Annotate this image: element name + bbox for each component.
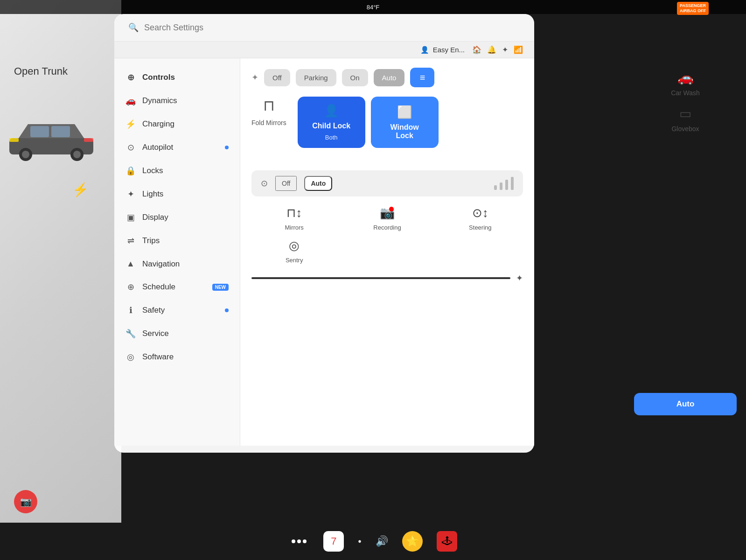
dynamics-icon: 🚗 — [125, 96, 136, 106]
child-lock-btn[interactable]: 👤 Child Lock Both — [298, 97, 365, 148]
sidebar-item-controls[interactable]: ⊕ Controls — [114, 66, 240, 89]
username: Easy En... — [433, 46, 465, 54]
locks-icon: 🔒 — [125, 166, 136, 176]
controls-grid: ⊓↕ Mirrors 📷 Recording ⊙↕ — [251, 206, 523, 264]
camera-warning-icon: 📷 — [20, 496, 32, 507]
display-label: Display — [142, 213, 229, 222]
sidebar-item-software[interactable]: ◎ Software — [114, 345, 240, 369]
sidebar-item-autopilot[interactable]: ⊙ Autopilot — [114, 136, 240, 159]
taskbar: 7 • 🔊 ⭐ 🕹 — [0, 523, 746, 560]
car-wash-label: Car Wash — [671, 89, 700, 97]
taskbar-calendar[interactable]: 7 — [323, 531, 344, 552]
lights-icon: ✦ — [125, 189, 136, 199]
home-icon: 🏠 — [472, 45, 481, 54]
fold-mirrors-icon: ⊓ — [263, 97, 275, 114]
dot-2 — [297, 539, 301, 543]
sidebar-item-safety[interactable]: ℹ Safety — [114, 299, 240, 322]
lights-on-btn[interactable]: On — [342, 69, 368, 86]
dynamics-label: Dynamics — [142, 96, 229, 105]
sentry-icon-wrap: ◎ — [289, 238, 300, 253]
window-lock-btn[interactable]: ⬜ WindowLock — [371, 97, 439, 148]
glovebox-item[interactable]: ▭ Glovebox — [634, 106, 737, 133]
lights-off-btn[interactable]: Off — [264, 69, 290, 86]
taskbar-dots[interactable] — [289, 531, 309, 552]
charging-icon: ⚡ — [125, 119, 136, 129]
car-wash-item[interactable]: 🚗 Car Wash — [634, 70, 737, 97]
search-input[interactable] — [144, 23, 520, 33]
glovebox-icon: ▭ — [679, 106, 691, 121]
sidebar-item-dynamics[interactable]: 🚗 Dynamics — [114, 89, 240, 112]
speed-bar-3 — [505, 180, 508, 190]
car-image — [0, 96, 103, 171]
safety-icon: ℹ — [125, 305, 136, 315]
sidebar-item-schedule[interactable]: ⊕ Schedule NEW — [114, 275, 240, 299]
svg-rect-2 — [51, 126, 70, 137]
user-icon: 👤 — [420, 46, 429, 54]
svg-rect-8 — [84, 138, 93, 142]
open-trunk-label[interactable]: Open Trunk — [0, 65, 68, 77]
brightness-icon: ✦ — [502, 45, 508, 54]
taskbar-games[interactable]: ⭐ — [402, 531, 423, 552]
steering-label: Steering — [469, 224, 491, 231]
lights-parking-btn[interactable]: Parking — [296, 69, 336, 86]
dot-3 — [303, 539, 307, 543]
controls-label: Controls — [142, 73, 229, 82]
speed-bars — [494, 177, 514, 190]
fold-mirrors-wrap: ⊓ Fold Mirrors — [251, 97, 286, 126]
sidebar-item-display[interactable]: ▣ Display — [114, 206, 240, 229]
volume-icon[interactable]: 🔊 — [376, 535, 388, 547]
software-label: Software — [142, 352, 229, 362]
signal-icon: 📶 — [514, 45, 523, 54]
recording-icon-wrap: 📷 — [380, 206, 395, 220]
user-info: 👤 Easy En... — [420, 46, 465, 54]
sidebar-item-charging[interactable]: ⚡ Charging — [114, 112, 240, 136]
speed-auto-btn[interactable]: Auto — [304, 176, 332, 191]
speed-off-btn[interactable]: Off — [275, 176, 297, 191]
mirrors-control[interactable]: ⊓↕ Mirrors — [251, 206, 337, 231]
calendar-label: 7 — [331, 535, 336, 547]
main-content: ⊕ Controls 🚗 Dynamics ⚡ Charging ⊙ Autop… — [114, 58, 534, 446]
sentry-control[interactable]: ◎ Sentry — [251, 238, 337, 264]
top-bar: 84°F — [0, 0, 746, 14]
controls-content: ✦ Off Parking On Auto ≡ ⊓ Fold Mirrors — [240, 58, 534, 446]
new-badge: NEW — [212, 284, 229, 291]
sidebar-item-service[interactable]: 🔧 Service — [114, 322, 240, 345]
svg-point-4 — [22, 151, 29, 158]
notification-icon: 🔔 — [487, 45, 496, 54]
lights-label: Lights — [142, 189, 229, 199]
window-lock-label: WindowLock — [390, 123, 419, 140]
mirrors-icon-wrap: ⊓↕ — [286, 206, 302, 220]
glovebox-label: Glovebox — [671, 125, 699, 133]
speed-section: ⊙ Off Auto — [251, 170, 523, 196]
lights-auto-btn[interactable]: Auto — [374, 69, 405, 86]
taskbar-joystick[interactable]: 🕹 — [437, 531, 457, 552]
brightness-sun-icon: ✦ — [516, 273, 523, 283]
service-label: Service — [142, 329, 229, 338]
brightness-slider[interactable] — [251, 277, 510, 279]
sidebar-item-trips[interactable]: ⇌ Trips — [114, 229, 240, 252]
fold-mirrors-label: Fold Mirrors — [251, 119, 286, 126]
lights-row: ✦ Off Parking On Auto ≡ — [251, 68, 523, 87]
steering-control[interactable]: ⊙↕ Steering — [438, 206, 523, 231]
recording-control[interactable]: 📷 Recording — [344, 206, 430, 231]
speed-bar-1 — [494, 185, 497, 190]
sidebar-item-navigation[interactable]: ▲ Navigation — [114, 252, 240, 275]
safety-label: Safety — [142, 306, 218, 315]
svg-rect-7 — [9, 138, 19, 142]
trips-label: Trips — [142, 236, 229, 245]
right-panel: 🚗 Car Wash ▭ Glovebox Auto — [634, 14, 737, 453]
charging-label: Charging — [142, 119, 229, 129]
sidebar-item-lights[interactable]: ✦ Lights — [114, 182, 240, 206]
status-bar: 👤 Easy En... 🏠 🔔 ✦ 📶 — [114, 42, 534, 58]
airbag-badge: PASSENGERAIRBAG OFF — [677, 2, 709, 15]
recording-label: Recording — [373, 224, 401, 231]
autopilot-icon: ⊙ — [125, 142, 136, 153]
mirrors-icon: ⊓↕ — [286, 206, 302, 220]
lock-buttons-row: 👤 Child Lock Both ⬜ WindowLock — [298, 97, 439, 148]
navigation-label: Navigation — [142, 259, 229, 269]
auto-button[interactable]: Auto — [634, 393, 737, 415]
sentry-label: Sentry — [286, 257, 303, 264]
sidebar-item-locks[interactable]: 🔒 Locks — [114, 159, 240, 182]
child-lock-label: Child Lock — [312, 122, 350, 130]
lights-auto-icon-btn[interactable]: ≡ — [410, 68, 434, 87]
